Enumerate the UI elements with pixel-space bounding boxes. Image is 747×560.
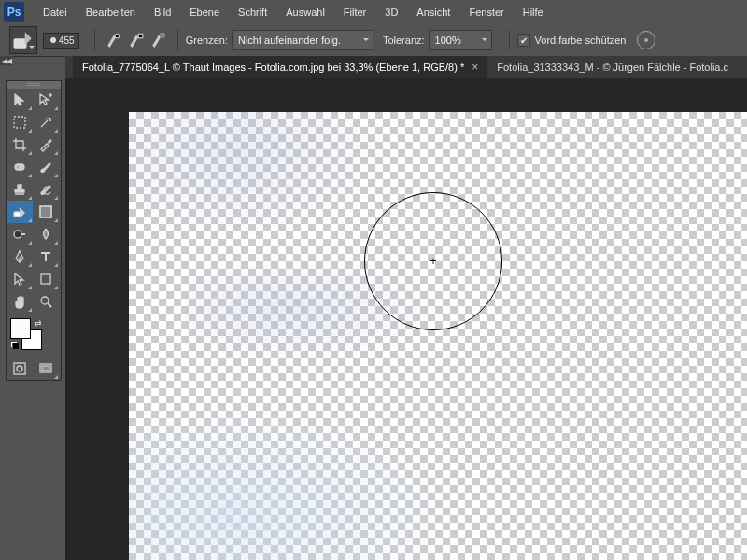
gradient-tool[interactable] [33, 201, 59, 223]
history-brush-tool[interactable] [33, 178, 59, 201]
type-tool[interactable] [33, 245, 59, 268]
sampling-swatch-icon[interactable] [150, 32, 167, 49]
menu-3d[interactable]: 3D [375, 0, 407, 24]
swap-colors-icon[interactable]: ⇄ [35, 318, 42, 328]
screenmode-button[interactable] [33, 357, 59, 380]
separator [509, 30, 510, 50]
crop-tool[interactable] [7, 133, 33, 156]
svg-rect-3 [160, 33, 165, 38]
panel-grip[interactable] [7, 81, 61, 89]
options-bar: 455 Grenzen: Nicht aufeinander folg. Tol… [0, 24, 747, 57]
brush-dot-icon [50, 37, 56, 43]
sampling-once-icon[interactable] [128, 32, 145, 49]
pen-tool[interactable] [7, 245, 33, 268]
limits-label: Grenzen: [186, 35, 228, 46]
color-swatches: ⇄ [7, 313, 61, 352]
marquee-tool[interactable] [7, 111, 33, 133]
svg-rect-13 [14, 363, 25, 374]
quickmask-button[interactable] [7, 357, 33, 380]
svg-rect-4 [14, 117, 25, 128]
brush-cursor [364, 192, 502, 330]
eyedropper-tool[interactable] [33, 133, 59, 156]
magic-wand-tool[interactable] [33, 111, 59, 133]
tab-doc-2[interactable]: Fotolia_31333343_M - © Jürgen Fälchle - … [487, 56, 738, 78]
foreground-color-swatch[interactable] [10, 318, 31, 339]
brush-picker[interactable]: 455 [43, 33, 79, 49]
background-eraser-tool[interactable] [7, 201, 33, 223]
menu-view[interactable]: Ansicht [407, 0, 459, 24]
canvas-area [65, 78, 747, 560]
menu-file[interactable]: Datei [34, 0, 77, 24]
tools-panel: ⇄ [6, 80, 62, 381]
menu-type[interactable]: Schrift [229, 0, 276, 24]
document-tabs: Fotolia_7775064_L © Thaut Images - Fotol… [65, 56, 747, 78]
svg-point-1 [115, 34, 120, 38]
blur-tool[interactable] [33, 223, 59, 245]
svg-point-14 [17, 366, 22, 371]
protect-fg-checkbox[interactable]: ✔ [517, 34, 530, 47]
tab-doc-1[interactable]: Fotolia_7775064_L © Thaut Images - Fotol… [73, 56, 487, 78]
svg-rect-6 [17, 165, 19, 169]
collapse-panels-button[interactable]: ◀◀ [0, 56, 13, 65]
svg-rect-11 [41, 274, 50, 284]
shape-tool[interactable] [33, 268, 59, 290]
tolerance-dropdown[interactable]: 100% [429, 30, 492, 50]
stamp-tool[interactable] [7, 178, 33, 201]
healing-tool[interactable] [7, 156, 33, 178]
tool-preset-picker[interactable] [9, 26, 37, 54]
svg-rect-8 [40, 206, 51, 217]
brush-size-value: 455 [59, 35, 75, 46]
move-tool[interactable] [7, 89, 33, 111]
hand-tool[interactable] [7, 290, 33, 313]
tab-title: Fotolia_31333343_M - © Jürgen Fälchle - … [497, 62, 728, 73]
menu-filter[interactable]: Filter [334, 0, 375, 24]
limits-dropdown[interactable]: Nicht aufeinander folg. [232, 30, 374, 50]
brush-tool[interactable] [33, 156, 59, 178]
zoom-tool[interactable] [33, 290, 59, 313]
sampling-continuous-icon[interactable] [106, 32, 122, 49]
separator [177, 30, 178, 50]
menu-help[interactable]: Hilfe [514, 0, 553, 24]
close-icon[interactable]: × [472, 61, 478, 74]
menu-image[interactable]: Bild [145, 0, 180, 24]
tab-title: Fotolia_7775064_L © Thaut Images - Fotol… [82, 62, 464, 73]
svg-rect-7 [14, 212, 21, 217]
svg-rect-0 [14, 38, 27, 49]
app-logo: Ps [4, 2, 24, 22]
protect-fg-label: Vord.farbe schützen [535, 35, 627, 46]
path-select-tool[interactable] [7, 268, 33, 290]
svg-rect-2 [138, 34, 143, 38]
menu-window[interactable]: Fenster [459, 0, 513, 24]
default-colors-icon[interactable] [10, 341, 20, 350]
transparency-grid [129, 112, 747, 560]
artboard-tool[interactable] [33, 89, 59, 111]
menu-edit[interactable]: Bearbeiten [77, 0, 145, 24]
svg-point-10 [14, 231, 21, 238]
menu-bar: Ps Datei Bearbeiten Bild Ebene Schrift A… [0, 0, 747, 24]
menu-layer[interactable]: Ebene [180, 0, 229, 24]
background-eraser-icon [10, 27, 36, 53]
svg-rect-16 [42, 366, 49, 371]
document-canvas[interactable] [129, 112, 747, 560]
dodge-tool[interactable] [7, 223, 33, 245]
menu-select[interactable]: Auswahl [276, 0, 334, 24]
svg-point-12 [41, 297, 49, 304]
tolerance-label: Toleranz: [383, 35, 425, 46]
pressure-size-icon[interactable] [637, 31, 655, 49]
separator [94, 30, 95, 50]
